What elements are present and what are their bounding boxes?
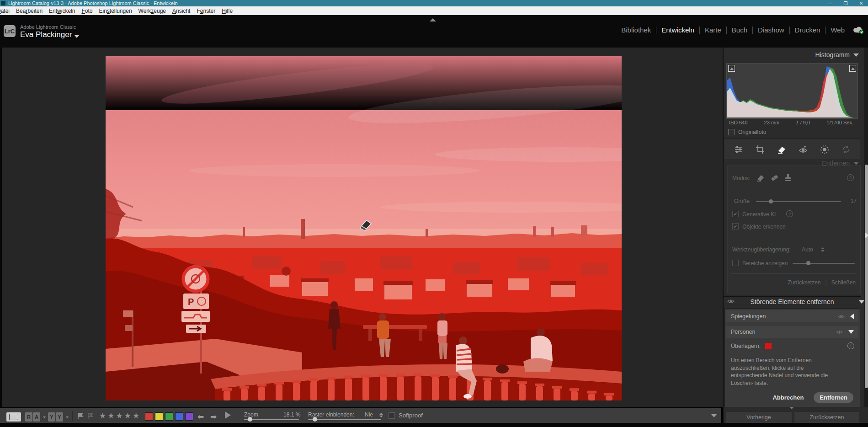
flag-pick-icon[interactable] xyxy=(77,412,84,420)
previous-button[interactable]: Vorherige xyxy=(725,411,792,423)
group-eye-icon[interactable] xyxy=(836,330,843,335)
show-areas-slider[interactable] xyxy=(793,263,855,264)
group-row-personen[interactable]: Personen xyxy=(726,326,858,338)
color-label-1[interactable] xyxy=(145,412,153,421)
highlight-clipping-indicator[interactable] xyxy=(849,65,856,72)
generative-ai-checkbox[interactable]: ✓ xyxy=(732,211,739,217)
show-areas-slider-thumb[interactable] xyxy=(806,261,810,265)
color-label-5[interactable] xyxy=(185,412,193,421)
show-areas-checkbox[interactable] xyxy=(732,260,739,266)
compare-view-button-2[interactable]: A xyxy=(33,412,40,422)
original-photo-checkbox[interactable] xyxy=(728,129,735,135)
compare-view-caret-icon[interactable] xyxy=(43,416,46,418)
softproof-checkbox[interactable] xyxy=(389,412,395,419)
menu-werkzeuge[interactable]: Werkzeuge xyxy=(138,8,166,14)
rating-star-5[interactable]: ★ xyxy=(133,411,141,420)
close-icon[interactable]: ✕ xyxy=(854,0,868,6)
menu-datei[interactable]: Datei xyxy=(0,8,10,14)
survey-view-caret-icon[interactable] xyxy=(66,416,69,418)
module-tab-bibliothek[interactable]: Bibliothek xyxy=(616,26,656,34)
group-expand-icon[interactable] xyxy=(850,314,854,319)
slideshow-play-icon[interactable] xyxy=(225,411,231,419)
group-row-spiegelungen[interactable]: Spiegelungen xyxy=(726,310,858,322)
restore-icon[interactable]: ❐ xyxy=(839,0,852,6)
cancel-button[interactable]: Abbrechen xyxy=(772,394,804,401)
rating-star-4[interactable]: ★ xyxy=(124,411,133,420)
rating-stars[interactable]: ★★★★★ xyxy=(99,411,141,421)
generative-ai-help-icon[interactable]: ? xyxy=(786,210,793,217)
module-tab-diashow[interactable]: Diashow xyxy=(753,26,789,34)
next-photo-arrow-icon[interactable]: ➡ xyxy=(210,412,217,422)
distract-panel-title[interactable]: Störende Elemente entfernen xyxy=(724,298,861,305)
remove-confirm-button[interactable]: Entfernen xyxy=(814,392,853,403)
module-tab-karte[interactable]: Karte xyxy=(700,26,726,34)
menu-bearbeiten[interactable]: Bearbeiten xyxy=(16,8,43,14)
menu-ansicht[interactable]: Ansicht xyxy=(172,8,190,14)
grid-slider[interactable] xyxy=(308,419,381,420)
distract-collapse-icon[interactable] xyxy=(859,300,864,304)
detect-objects-checkbox[interactable]: ✓ xyxy=(732,223,739,230)
menu-entwickeln[interactable]: Entwickeln xyxy=(49,8,75,14)
histogram-collapse-icon[interactable] xyxy=(853,53,859,57)
edit-sliders-icon[interactable] xyxy=(734,144,744,155)
crop-icon[interactable] xyxy=(755,144,765,155)
red-eye-icon[interactable] xyxy=(798,144,808,155)
zoom-slider-thumb[interactable] xyxy=(248,417,252,422)
group-eye-icon[interactable] xyxy=(838,314,845,319)
survey-view-button-1[interactable]: Y xyxy=(48,412,55,422)
module-tab-drucken[interactable]: Drucken xyxy=(790,26,825,34)
reset-button[interactable]: Zurücksetzen xyxy=(794,411,860,423)
filmstrip-collapsed-edge[interactable] xyxy=(0,423,868,427)
identity-plate[interactable]: Eva Plackinger xyxy=(20,30,72,39)
group-expand-icon[interactable] xyxy=(848,330,854,334)
module-tab-web[interactable]: Web xyxy=(825,26,850,34)
panel-scrollbar-thumb[interactable] xyxy=(865,165,868,388)
menu-foto[interactable]: Foto xyxy=(81,8,92,14)
grid-spinner-icon[interactable] xyxy=(379,413,383,417)
masking-icon[interactable] xyxy=(820,144,830,155)
panel-scrollbar[interactable] xyxy=(864,48,868,407)
menu-hilfe[interactable]: Hilfe xyxy=(222,8,233,14)
remove-close-button[interactable]: Schließen xyxy=(831,279,856,286)
size-slider-thumb[interactable] xyxy=(769,199,773,203)
collapse-top-panel-icon[interactable] xyxy=(430,18,436,21)
histogram-panel-title[interactable]: Histogramm xyxy=(815,51,850,59)
minimize-icon[interactable]: — xyxy=(823,0,837,6)
menu-einstellungen[interactable]: Einstellungen xyxy=(99,8,132,14)
cloud-sync-icon[interactable] xyxy=(852,26,864,34)
tool-overlay-value[interactable]: Auto xyxy=(802,246,813,253)
mode-eraser-icon[interactable] xyxy=(756,173,765,182)
remove-reset-button[interactable]: Zurücksetzen xyxy=(788,279,820,286)
module-tab-buch[interactable]: Buch xyxy=(727,26,752,34)
rating-star-3[interactable]: ★ xyxy=(116,411,124,420)
tool-overlay-spinner-icon[interactable] xyxy=(821,247,825,252)
shadow-clipping-indicator[interactable] xyxy=(728,65,735,72)
histogram[interactable] xyxy=(726,63,858,119)
toolbar-options-caret-icon[interactable] xyxy=(711,414,717,417)
grid-value[interactable]: Nie xyxy=(365,411,373,418)
flag-reject-icon[interactable] xyxy=(87,412,94,420)
size-slider[interactable] xyxy=(756,201,841,202)
rating-star-2[interactable]: ★ xyxy=(107,411,116,420)
grid-slider-thumb[interactable] xyxy=(313,417,317,422)
overlay-info-icon[interactable]: i xyxy=(847,342,854,349)
previous-photo-arrow-icon[interactable]: ⬅ xyxy=(197,412,204,422)
survey-view-button-2[interactable]: Y xyxy=(56,412,63,422)
zoom-slider[interactable] xyxy=(244,419,299,420)
identity-caret-icon[interactable] xyxy=(75,35,79,38)
mode-clone-icon[interactable] xyxy=(783,173,793,182)
color-label-3[interactable] xyxy=(165,412,173,421)
loupe-view-button[interactable] xyxy=(6,412,21,422)
panel-edge-arrow-icon[interactable] xyxy=(865,233,868,238)
photo-canvas[interactable]: P xyxy=(106,56,622,400)
overlay-color-swatch[interactable] xyxy=(765,343,772,349)
rating-star-1[interactable]: ★ xyxy=(99,411,107,420)
remove-eraser-icon[interactable] xyxy=(777,144,787,155)
sync-icon[interactable] xyxy=(841,144,851,155)
color-label-4[interactable] xyxy=(175,412,183,421)
mode-heal-icon[interactable] xyxy=(770,173,779,182)
menu-fenster[interactable]: Fenster xyxy=(197,8,215,14)
compare-view-button-1[interactable]: R xyxy=(25,412,32,422)
module-tab-entwickeln[interactable]: Entwickeln xyxy=(656,26,699,34)
color-label-2[interactable] xyxy=(155,412,163,421)
